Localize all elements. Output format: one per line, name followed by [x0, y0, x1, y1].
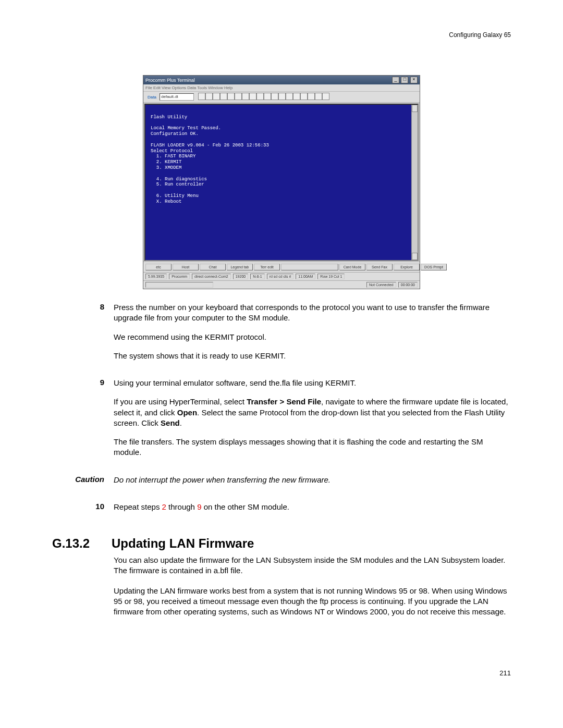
text: Updating the LAN firmware works best fro… — [114, 586, 324, 595]
status-7: Row 19 Col 1 — [317, 274, 345, 279]
status-bar: 5.99.3935 Procomm direct connect-Com2 19… — [143, 272, 420, 280]
menu-path: Transfer > Send File — [247, 397, 321, 406]
step9-p3: The file transfers. The system displays … — [114, 437, 511, 458]
terminal-screenshot: Procomm Plus Terminal _ □ × File Edit Vi… — [143, 75, 420, 289]
window-title: Procomm Plus Terminal — [145, 78, 195, 83]
step-10: 10 Repeat steps 2 through 9 on the other… — [52, 502, 511, 521]
terminal-pane: Flash Utility Local Memory Test Passed. … — [144, 104, 419, 261]
text: . — [180, 418, 182, 427]
btn-11: DOS Prmpt — [421, 264, 447, 270]
button-bar: etc Host Chat Legend tab Terr edit Card … — [143, 262, 420, 272]
step-body: Using your terminal emulator software, s… — [114, 378, 511, 466]
step8-p3: The system shows that it is ready to use… — [114, 351, 511, 361]
step-body: Press the number on your keyboard that c… — [114, 302, 511, 369]
btn-9: Send Fax — [366, 264, 393, 270]
status-6: 11:00AM — [296, 274, 315, 279]
status-time: 00:00:00 — [398, 282, 418, 288]
btn-5 — [281, 264, 338, 270]
step10-text: Repeat steps 2 through 9 on the other SM… — [114, 502, 511, 512]
status-5: rd sd cd cts ri — [267, 274, 294, 279]
step9-p1: Using your terminal emulator software, s… — [114, 378, 511, 388]
text: If you are using HyperTerminal, select — [114, 397, 247, 406]
btn-4: Terr edit — [254, 264, 280, 270]
step-number: 8 — [52, 302, 114, 369]
section-title: Updating LAN Firmware — [112, 536, 254, 551]
close-icon: × — [410, 77, 418, 83]
step9-p2: If you are using HyperTerminal, select T… — [114, 397, 511, 428]
step-number: 10 — [52, 502, 114, 521]
status-bar-2: Not Connected 00:00:00 — [143, 280, 420, 289]
section-p1: You can also update the firmware for the… — [114, 555, 511, 576]
status-0: 5.99.3935 — [145, 274, 167, 279]
step-number: 9 — [52, 378, 114, 466]
scrollbar — [411, 105, 418, 260]
section-heading: G.13.2 Updating LAN Firmware — [52, 536, 511, 551]
step-8: 8 Press the number on your keyboard that… — [52, 302, 511, 369]
step-body: Repeat steps 2 through 9 on the other SM… — [114, 502, 511, 521]
terminal-text: Flash Utility Local Memory Test Passed. … — [151, 115, 269, 204]
button-name: Send — [161, 418, 180, 427]
page-header: Configuring Galaxy 65 — [52, 31, 511, 39]
text: through — [166, 502, 197, 511]
toolbar-label: Data — [145, 95, 158, 100]
status-3: 19200 — [233, 274, 248, 279]
caution-label: Caution — [52, 475, 114, 493]
minimize-icon: _ — [392, 77, 399, 83]
status-conn: Not Connected — [366, 282, 396, 288]
text: Repeat steps — [114, 502, 162, 511]
step8-p1: Press the number on your keyboard that c… — [114, 302, 511, 324]
btn-10: Explore — [394, 264, 420, 270]
btn-3: Legend tab — [227, 264, 253, 270]
status-1: Procomm — [169, 274, 190, 279]
btn-2: Chat — [200, 264, 226, 270]
page-footer: 211 — [52, 669, 511, 677]
section-number: G.13.2 — [52, 536, 99, 551]
emphasis: not — [324, 586, 335, 595]
step8-p2: We recommend using the KERMIT protocol. — [114, 332, 511, 342]
window-controls: _ □ × — [391, 77, 418, 83]
text: on the other SM module. — [201, 502, 289, 511]
button-name: Open — [177, 408, 197, 417]
btn-1: Host — [173, 264, 199, 270]
section-p2: Updating the LAN firmware works best fro… — [114, 586, 511, 618]
maximize-icon: □ — [401, 77, 408, 83]
caution-row: Caution Do not interrupt the power when … — [52, 475, 511, 493]
btn-8: Card Mode — [339, 264, 365, 270]
window-titlebar: Procomm Plus Terminal _ □ × — [143, 76, 420, 84]
status-2: direct connect-Com2 — [192, 274, 231, 279]
toolbar-combo: default.dt — [160, 93, 194, 101]
caution-text: Do not interrupt the power when transfer… — [114, 475, 511, 485]
toolbar: Data default.dt — [143, 91, 420, 103]
status-4: N-8-1 — [250, 274, 265, 279]
step-ref: 2 — [162, 502, 166, 511]
menubar: File Edit View Options Data Tools Window… — [143, 84, 420, 91]
step-9: 9 Using your terminal emulator software,… — [52, 378, 511, 466]
caution-body: Do not interrupt the power when transfer… — [114, 475, 511, 493]
toolbar-icon-group — [198, 93, 329, 101]
btn-0: etc — [145, 264, 172, 270]
